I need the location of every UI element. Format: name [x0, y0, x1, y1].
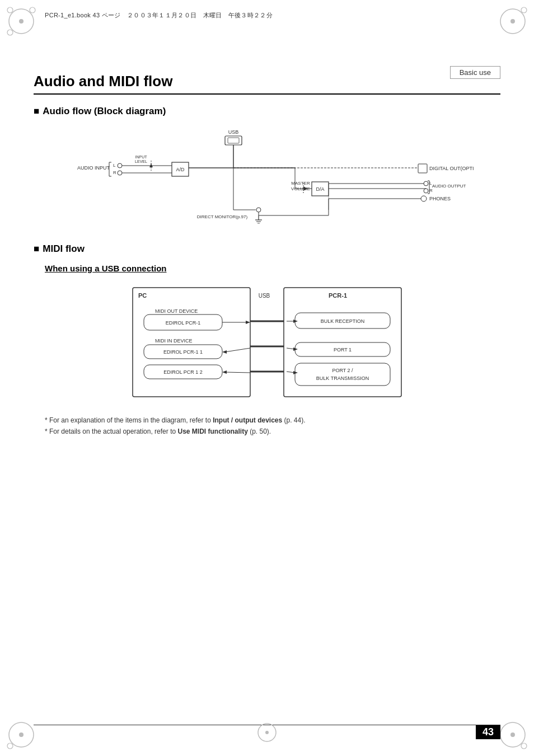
- svg-text:BULK TRANSMISSION: BULK TRANSMISSION: [316, 375, 369, 381]
- svg-marker-90: [222, 350, 227, 354]
- svg-marker-83: [246, 321, 250, 324]
- page-number: 43: [476, 725, 500, 739]
- svg-text:AUDIO INPUT: AUDIO INPUT: [77, 165, 110, 171]
- svg-text:PHONES: PHONES: [429, 196, 451, 201]
- svg-rect-97: [295, 363, 390, 386]
- audio-flow-svg: USB AUDIO INPUT L R INPUT LEVEL: [60, 126, 474, 227]
- svg-text:D/A: D/A: [316, 186, 324, 192]
- svg-text:DIGITAL OUT(OPTICAL): DIGITAL OUT(OPTICAL): [429, 166, 474, 171]
- svg-point-107: [265, 731, 269, 734]
- midi-flow-diagram: PC PCR-1 USB MIDI OUT DEVICE EDIROL PCR-…: [34, 282, 500, 405]
- main-content: Audio and MIDI flow Audio flow (Block di…: [34, 39, 500, 722]
- svg-text:R: R: [113, 170, 116, 175]
- svg-marker-101: [293, 320, 298, 323]
- svg-point-12: [510, 732, 515, 737]
- svg-point-50: [424, 189, 428, 193]
- midi-flow-svg: PC PCR-1 USB MIDI OUT DEVICE EDIROL PCR-…: [127, 282, 407, 405]
- svg-text:PC: PC: [138, 292, 147, 299]
- usb-label-audio: USB: [228, 129, 239, 135]
- svg-point-61: [256, 208, 261, 212]
- svg-text:AUDIO OUTPUT: AUDIO OUTPUT: [432, 184, 466, 189]
- note-1: * For an explanation of the items in the…: [45, 416, 500, 424]
- audio-flow-diagram: USB AUDIO INPUT L R INPUT LEVEL: [34, 126, 500, 227]
- svg-point-55: [421, 196, 427, 201]
- svg-rect-44: [418, 164, 427, 173]
- svg-point-9: [19, 732, 24, 737]
- svg-rect-14: [225, 136, 242, 145]
- svg-text:L: L: [113, 163, 116, 168]
- svg-text:MASTER: MASTER: [291, 181, 310, 186]
- section2-heading: MIDI flow: [34, 243, 500, 255]
- svg-text:EDIROL PCR-1: EDIROL PCR-1: [166, 320, 201, 326]
- svg-text:EDIROL PCR-1 1: EDIROL PCR-1 1: [163, 349, 203, 355]
- section1-heading: Audio flow (Block diagram): [34, 106, 500, 117]
- svg-text:PCR-1: PCR-1: [329, 292, 347, 299]
- svg-marker-92: [222, 370, 227, 374]
- svg-text:USB: USB: [259, 293, 270, 299]
- svg-text:MIDI OUT DEVICE: MIDI OUT DEVICE: [155, 308, 198, 314]
- svg-point-10: [7, 743, 13, 749]
- svg-text:BULK RECEPTION: BULK RECEPTION: [321, 318, 365, 324]
- page-title: Audio and MIDI flow: [34, 73, 500, 95]
- svg-text:EDIROL PCR 1 2: EDIROL PCR 1 2: [163, 369, 203, 375]
- svg-point-48: [424, 181, 428, 186]
- header-meta: PCR-1_e1.book 43 ページ ２００３年１１月２０日 木曜日 午後３…: [45, 11, 273, 20]
- svg-text:INPUT: INPUT: [135, 155, 148, 159]
- svg-line-89: [225, 348, 250, 352]
- svg-marker-103: [293, 348, 298, 351]
- page-container: PCR-1_e1.book 43 ページ ２００３年１１月２０日 木曜日 午後３…: [0, 0, 534, 756]
- svg-marker-105: [293, 371, 298, 374]
- header-strip: PCR-1_e1.book 43 ページ ２００３年１１月２０日 木曜日 午後３…: [0, 0, 534, 31]
- subsection-usb: When using a USB connection: [45, 264, 500, 273]
- svg-text:R: R: [429, 188, 433, 193]
- corner-decoration-br: [496, 718, 530, 752]
- svg-point-19: [118, 163, 122, 168]
- svg-text:PORT 2 /: PORT 2 /: [332, 368, 353, 373]
- corner-decoration-bl: [4, 718, 38, 752]
- svg-text:A/D: A/D: [176, 167, 185, 172]
- svg-point-13: [521, 743, 527, 749]
- svg-line-91: [225, 372, 250, 373]
- bottom-center-decoration: [256, 721, 278, 746]
- svg-point-22: [118, 171, 122, 175]
- svg-text:PORT 1: PORT 1: [334, 347, 352, 353]
- svg-text:DIRECT MONITOR(p.97): DIRECT MONITOR(p.97): [197, 214, 248, 219]
- svg-text:MIDI IN DEVICE: MIDI IN DEVICE: [155, 338, 193, 344]
- note-2: * For details on the actual operation, r…: [45, 428, 500, 435]
- svg-rect-15: [228, 138, 239, 143]
- svg-text:LEVEL: LEVEL: [135, 159, 147, 163]
